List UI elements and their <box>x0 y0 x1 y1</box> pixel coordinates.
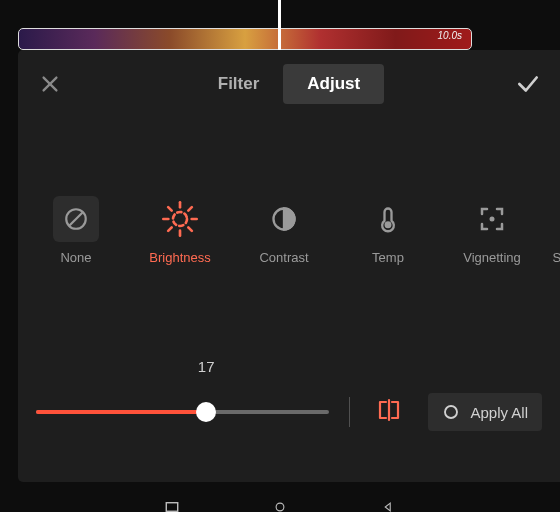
close-icon <box>39 73 61 95</box>
tab-filter[interactable]: Filter <box>194 64 284 104</box>
adjust-option-none[interactable]: None <box>30 196 122 265</box>
adjust-option-vignetting[interactable]: Vignetting <box>446 196 538 265</box>
svg-point-4 <box>173 212 187 226</box>
svg-point-22 <box>276 503 284 511</box>
system-nav-bar <box>0 488 560 512</box>
divider <box>349 397 350 427</box>
slider-thumb[interactable] <box>196 402 216 422</box>
adjust-option-brightness[interactable]: Brightness <box>134 196 226 265</box>
adjust-option-label: Contrast <box>259 250 308 265</box>
svg-point-14 <box>386 223 391 228</box>
playhead[interactable] <box>278 0 281 50</box>
svg-line-3 <box>69 212 83 226</box>
svg-line-11 <box>168 227 172 231</box>
tab-bar: Filter Adjust <box>78 64 500 104</box>
value-slider[interactable]: 17 <box>36 382 329 442</box>
adjust-option-contrast[interactable]: Contrast <box>238 196 330 265</box>
tab-adjust[interactable]: Adjust <box>283 64 384 104</box>
recent-apps-icon[interactable] <box>163 502 181 512</box>
adjust-option-saturation[interactable]: Saturtio <box>550 196 560 265</box>
check-icon <box>515 71 541 97</box>
svg-rect-21 <box>166 503 177 512</box>
contrast-icon <box>270 205 298 233</box>
svg-point-20 <box>445 406 457 418</box>
video-clip[interactable] <box>18 28 472 50</box>
adjust-option-label: Temp <box>372 250 404 265</box>
svg-point-15 <box>490 217 495 222</box>
adjust-option-label: None <box>60 250 91 265</box>
slider-fill <box>36 410 206 414</box>
svg-line-9 <box>168 207 172 211</box>
svg-line-10 <box>188 227 192 231</box>
adjust-options-row: None Brightness Contrast <box>18 196 560 265</box>
compare-icon <box>374 397 404 423</box>
confirm-button[interactable] <box>508 64 548 104</box>
brightness-icon <box>160 199 200 239</box>
adjust-option-temp[interactable]: Temp <box>342 196 434 265</box>
apply-all-button[interactable]: Apply All <box>428 393 542 431</box>
slider-row: 17 Apply All <box>36 382 542 442</box>
thermometer-icon <box>374 205 402 233</box>
panel-header: Filter Adjust <box>18 64 560 104</box>
clip-duration-label: 10.0s <box>438 30 462 41</box>
adjust-option-label: Vignetting <box>463 250 521 265</box>
slider-value-label: 17 <box>198 358 215 375</box>
vignette-icon <box>477 204 507 234</box>
home-icon[interactable] <box>271 502 289 512</box>
svg-line-12 <box>188 207 192 211</box>
timeline-area: 10.0s <box>0 0 560 50</box>
adjust-option-label: Brightness <box>149 250 210 265</box>
close-button[interactable] <box>30 64 70 104</box>
slider-track <box>36 410 329 414</box>
apply-all-label: Apply All <box>470 404 528 421</box>
adjust-panel: Filter Adjust None Brightn <box>18 50 560 482</box>
none-icon <box>63 206 89 232</box>
compare-button[interactable] <box>370 393 408 431</box>
circle-icon <box>442 403 460 421</box>
adjust-option-label: Saturtio <box>553 250 560 265</box>
back-icon[interactable] <box>379 502 397 512</box>
